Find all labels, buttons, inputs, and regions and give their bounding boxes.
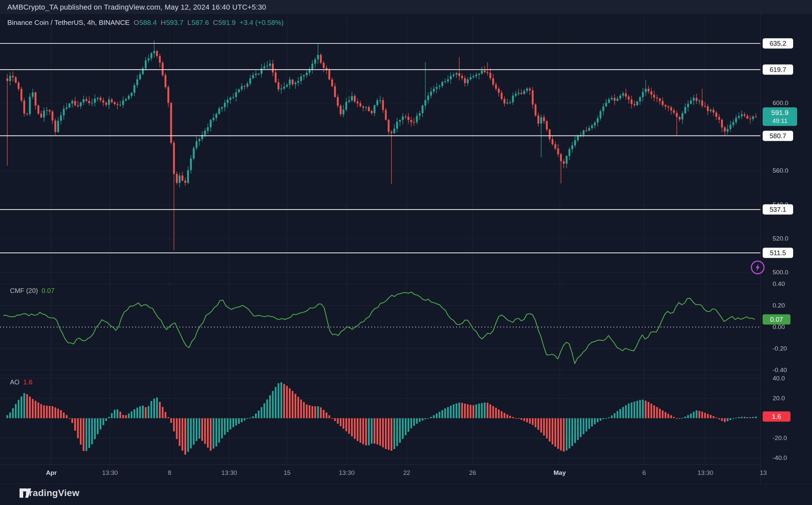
price-level-label: 580.7: [763, 131, 793, 141]
time-tick-8[interactable]: 8: [168, 469, 172, 477]
publisher-text: AMBCrypto_TA published on TradingView.co…: [7, 3, 266, 12]
price-axis[interactable]: 600.0560.0540.0520.0500.0635.2619.7580.7…: [760, 14, 812, 483]
ao-value-label: 1.6: [763, 411, 791, 422]
time-tick-1330[interactable]: 13:30: [221, 469, 237, 477]
current-price-label: 591.949:11: [763, 107, 797, 126]
publisher-bar: AMBCrypto_TA published on TradingView.co…: [0, 0, 812, 14]
ao-indicator-chart[interactable]: [0, 375, 760, 465]
price-level-label: 537.1: [763, 204, 793, 215]
price-level-label: 619.7: [763, 64, 793, 75]
flash-lightning-icon[interactable]: [750, 260, 765, 275]
cmf-value-label: 0.07: [763, 315, 791, 325]
ao-pane-label[interactable]: AO 1.6: [10, 378, 32, 386]
current-price-value: 591.9: [763, 108, 797, 117]
price-tick: 500.0: [773, 269, 789, 276]
cmf-pane-label[interactable]: CMF (20) 0.07: [10, 287, 55, 295]
ao-tick: 20.0: [773, 395, 785, 402]
time-tick-13[interactable]: 13: [760, 469, 767, 477]
time-tick-22[interactable]: 22: [403, 469, 410, 477]
price-tick: 600.0: [773, 100, 789, 107]
time-tick-15[interactable]: 15: [283, 469, 290, 477]
cmf-indicator-chart[interactable]: [0, 284, 760, 374]
price-level-label: 511.5: [763, 248, 793, 258]
bar-countdown: 49:11: [763, 117, 797, 125]
time-tick-1330[interactable]: 13:30: [698, 469, 713, 477]
ao-tick: 40.0: [773, 375, 785, 382]
price-tick: 560.0: [773, 167, 789, 174]
footer-separator: [0, 484, 812, 484]
time-tick-1330[interactable]: 13:30: [102, 469, 118, 477]
cmf-tick: 0.20: [773, 302, 785, 309]
time-axis[interactable]: Apr13:30813:301513:302226May613:3013: [0, 465, 760, 483]
time-tick-6[interactable]: 6: [642, 469, 646, 477]
time-tick-apr[interactable]: Apr: [46, 469, 57, 477]
ao-value: 1.6: [23, 378, 32, 386]
cmf-tick: -0.20: [773, 345, 787, 352]
ao-tick: -40.0: [773, 454, 787, 462]
candlestick-chart[interactable]: [0, 14, 760, 284]
cmf-tick: 0.40: [773, 280, 785, 288]
ao-label: AO: [10, 378, 20, 386]
cmf-label: CMF (20): [10, 287, 38, 294]
price-tick: 520.0: [773, 235, 789, 242]
ao-tick: -20.0: [773, 435, 787, 442]
cmf-value: 0.07: [42, 287, 55, 294]
time-tick-may[interactable]: May: [554, 469, 566, 477]
time-tick-26[interactable]: 26: [469, 469, 476, 477]
cmf-tick: -0.40: [773, 366, 787, 374]
time-tick-1330[interactable]: 13:30: [339, 469, 355, 477]
price-level-label: 635.2: [763, 38, 793, 48]
tradingview-chart-window: AMBCrypto_TA published on TradingView.co…: [0, 0, 812, 505]
tradingview-logo[interactable]: TradingView: [19, 488, 79, 498]
tradingview-logo-icon: [19, 487, 33, 499]
